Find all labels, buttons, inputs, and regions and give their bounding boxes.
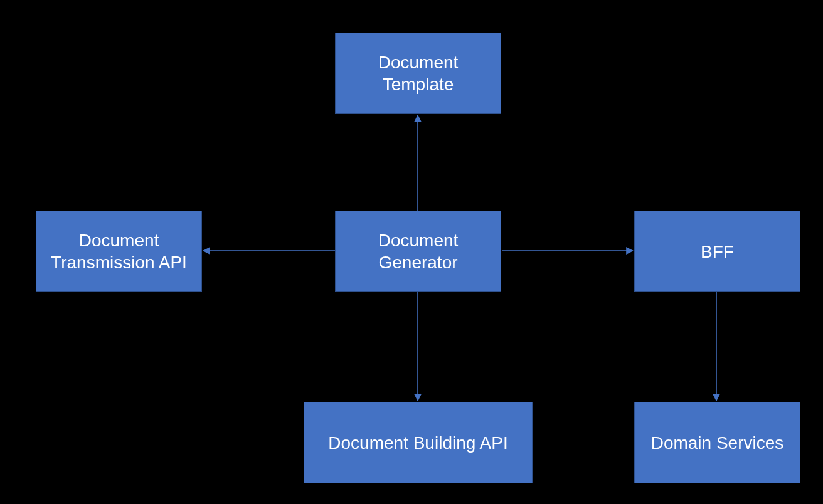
node-document-template: Document Template [335,33,501,114]
node-label: Document Building API [328,432,507,454]
node-document-building-api: Document Building API [304,402,533,483]
node-document-transmission-api: Document Transmission API [36,211,202,292]
node-bff: BFF [634,211,800,292]
node-label: Document Transmission API [39,229,199,273]
node-label: BFF [701,241,734,263]
node-label: Document Template [378,51,459,95]
node-document-generator: Document Generator [335,211,501,292]
node-label: Domain Services [651,432,784,454]
node-domain-services: Domain Services [634,402,800,483]
node-label: Document Generator [338,229,498,273]
